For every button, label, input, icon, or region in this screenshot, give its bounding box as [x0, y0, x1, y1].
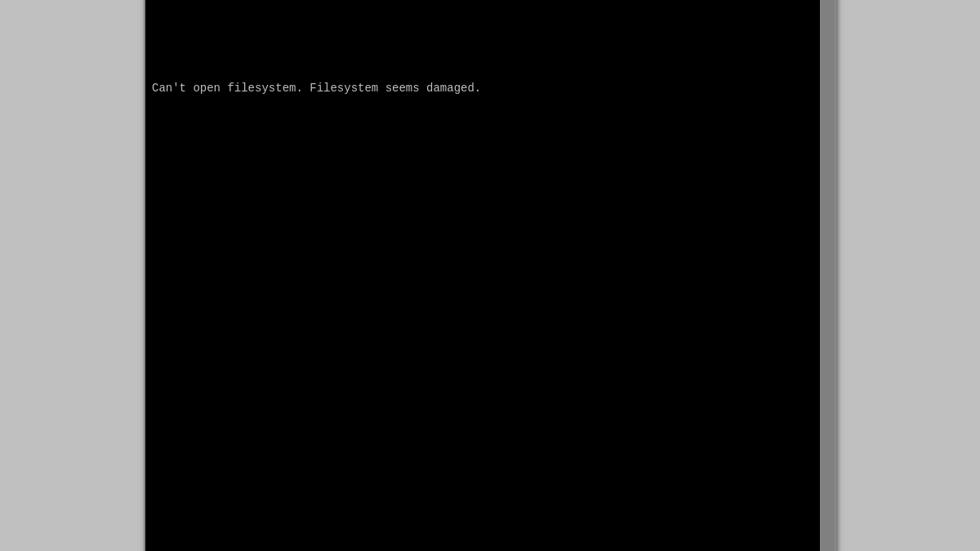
scroll-track[interactable]: [821, 0, 835, 551]
main-window: ◉ D:\JEFF\Downloads\testdisk-7.0-WIP.win…: [144, 0, 836, 551]
terminal-area: TestDisk 7.0-WIP, Data Recovery Utility,…: [145, 0, 820, 551]
scrollbar: ▲ ▼: [820, 0, 835, 551]
terminal-line-11: [152, 207, 813, 224]
terminal-line-13: [152, 291, 813, 308]
terminal-line-12: [152, 249, 813, 265]
window-body: TestDisk 7.0-WIP, Data Recovery Utility,…: [145, 0, 835, 551]
terminal-line-6: [152, 0, 813, 12]
terminal-line-17: [152, 460, 813, 476]
terminal-line-9: [152, 123, 813, 140]
terminal-line-18: [152, 502, 813, 518]
terminal-line-16: [152, 418, 813, 434]
terminal-line-14: [152, 334, 813, 350]
terminal-line-7: [152, 38, 813, 55]
terminal-line-8: Can't open filesystem. Filesystem seems …: [152, 81, 813, 97]
terminal-line-15: [152, 375, 813, 392]
terminal-content: TestDisk 7.0-WIP, Data Recovery Utility,…: [152, 0, 813, 551]
terminal-line-10: [152, 165, 813, 181]
terminal-line-19: [152, 544, 813, 551]
